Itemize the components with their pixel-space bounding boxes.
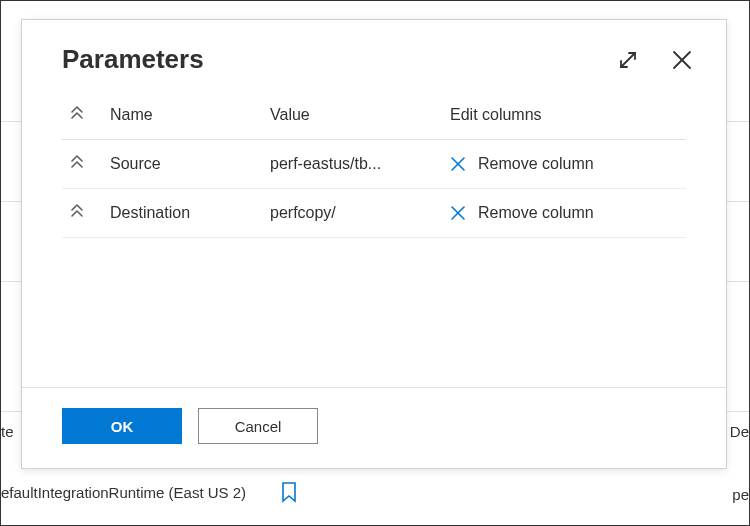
row-drag-handle[interactable] bbox=[62, 140, 102, 189]
dialog-header-actions bbox=[614, 46, 696, 74]
bg-text-fragment: De bbox=[730, 423, 749, 440]
dialog-title: Parameters bbox=[62, 44, 204, 75]
remove-column-label: Remove column bbox=[478, 204, 594, 222]
expand-icon[interactable] bbox=[614, 46, 642, 74]
bg-text-fragment: te bbox=[1, 423, 14, 440]
remove-column-cell[interactable]: Remove column bbox=[442, 189, 686, 238]
column-header-handle[interactable] bbox=[62, 93, 102, 140]
chevrons-up-icon bbox=[70, 105, 84, 121]
chevrons-up-icon bbox=[70, 203, 84, 219]
remove-x-icon bbox=[450, 205, 466, 221]
integration-runtime-label: efaultIntegrationRuntime (East US 2) bbox=[1, 484, 246, 501]
column-header-value[interactable]: Value bbox=[262, 93, 442, 140]
table-row: Destination perfcopy/ Remove column bbox=[62, 189, 686, 238]
bg-text-fragment: pe bbox=[732, 486, 749, 503]
dialog-body: Name Value Edit columns So bbox=[22, 93, 726, 387]
bookmark-icon[interactable] bbox=[280, 481, 298, 503]
bg-runtime-row: efaultIntegrationRuntime (East US 2) bbox=[1, 481, 749, 503]
row-drag-handle[interactable] bbox=[62, 189, 102, 238]
column-header-edit[interactable]: Edit columns bbox=[442, 93, 686, 140]
remove-column-cell[interactable]: Remove column bbox=[442, 140, 686, 189]
remove-column-label: Remove column bbox=[478, 155, 594, 173]
table-row: Source perf-eastus/tb... Remove column bbox=[62, 140, 686, 189]
param-value: perf-eastus/tb... bbox=[262, 140, 442, 189]
column-header-name[interactable]: Name bbox=[102, 93, 262, 140]
cancel-button[interactable]: Cancel bbox=[198, 408, 318, 444]
remove-x-icon bbox=[450, 156, 466, 172]
parameters-dialog: Parameters bbox=[21, 19, 727, 469]
param-value: perfcopy/ bbox=[262, 189, 442, 238]
dialog-header: Parameters bbox=[22, 20, 726, 93]
dialog-footer: OK Cancel bbox=[22, 387, 726, 468]
param-name: Source bbox=[102, 140, 262, 189]
parameters-table: Name Value Edit columns So bbox=[62, 93, 686, 238]
table-header-row: Name Value Edit columns bbox=[62, 93, 686, 140]
ok-button[interactable]: OK bbox=[62, 408, 182, 444]
chevrons-up-icon bbox=[70, 154, 84, 170]
close-icon[interactable] bbox=[668, 46, 696, 74]
param-name: Destination bbox=[102, 189, 262, 238]
